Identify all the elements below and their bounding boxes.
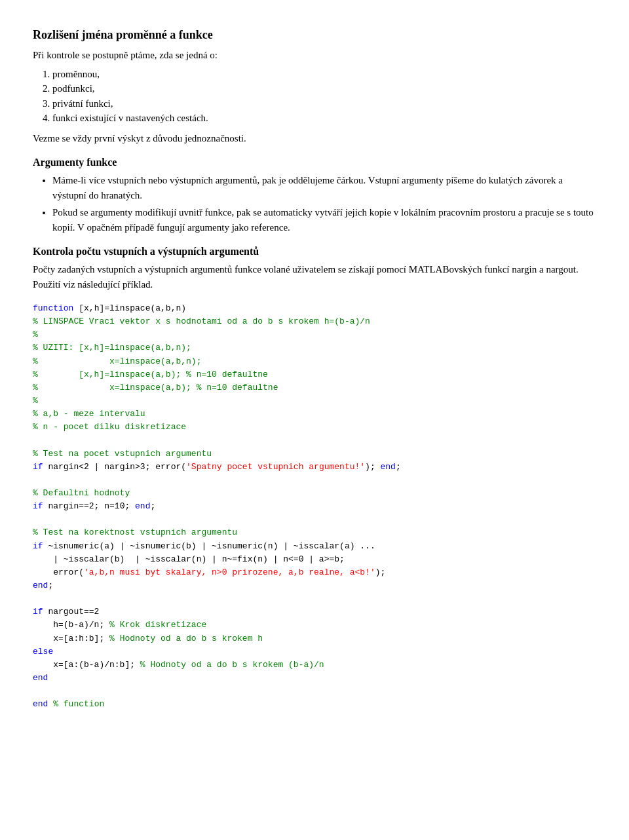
section2-para: Počty zadaných vstupních a výstupních ar…	[33, 262, 596, 292]
section1-bullet1: Máme-li více vstupních nebo výstupních a…	[52, 173, 596, 202]
section2-title: Kontrola počtu vstupních a výstupních ar…	[33, 244, 596, 259]
code-block: function [x,h]=linspace(a,b,n) % LINSPAC…	[33, 302, 596, 711]
para1: Vezme se vždy první výskyt z důvodu jedn…	[33, 131, 596, 146]
list-item: privátní funkci,	[52, 96, 596, 111]
list-item: proměnnou,	[52, 67, 596, 82]
section1-list: Máme-li více vstupních nebo výstupních a…	[52, 173, 596, 235]
section1-bullet2: Pokud se argumenty modifikují uvnitř fun…	[52, 205, 596, 235]
section1-title: Argumenty funkce	[33, 155, 596, 170]
intro-text: Při kontrole se postupně ptáme, zda se j…	[33, 48, 596, 63]
page-title: Rozlišení jména proměnné a funkce	[33, 26, 596, 44]
list-item: funkci existující v nastavených cestách.	[52, 111, 596, 126]
list-items: proměnnou, podfunkci, privátní funkci, f…	[52, 67, 596, 126]
list-item: podfunkci,	[52, 81, 596, 96]
